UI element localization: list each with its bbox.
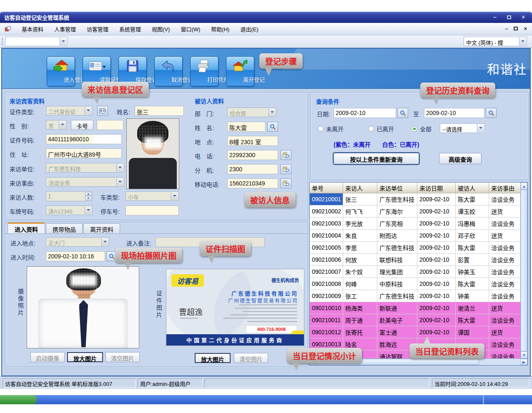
table-cell[interactable]: 广东亮相 [377, 218, 417, 230]
plate-combo[interactable]: 津A12345 [46, 205, 93, 215]
table-cell[interactable]: 杨海类 [343, 302, 377, 314]
child-close-icon[interactable]: × [524, 25, 527, 32]
spin-up-icon[interactable] [85, 192, 92, 196]
table-cell[interactable]: 张三 [343, 193, 377, 205]
company-combo[interactable]: 广东德生科技 [46, 163, 124, 173]
dial-ext-icon[interactable] [281, 164, 291, 174]
table-cell[interactable]: 钟美玉 [456, 266, 489, 278]
table-cell[interactable]: 何放 [343, 254, 377, 266]
table-cell[interactable]: 钟美 [456, 290, 489, 302]
table-cell[interactable]: 张工 [343, 290, 377, 302]
table-cell[interactable]: 赴美电子 [377, 314, 417, 326]
gender-combo[interactable]: 男 [46, 120, 67, 130]
child-minimize-icon[interactable]: – [505, 25, 508, 32]
col-header-company[interactable]: 来访单位 [377, 183, 417, 193]
reason-combo[interactable]: 洽谈业务 [46, 177, 124, 187]
table-cell[interactable]: 邓子欣 [456, 230, 489, 242]
card-number-button[interactable]: 卡号 [71, 120, 93, 130]
table-cell[interactable]: 送货 [489, 326, 521, 338]
table-cell[interactable]: 彭置 [456, 254, 489, 266]
clear-photo-button[interactable]: 清空图片 [105, 352, 140, 362]
radio-left[interactable]: 已离开 [368, 125, 394, 133]
col-header-date[interactable]: 来访日期 [417, 183, 456, 193]
date-from-input[interactable]: 2009-02-10 [334, 108, 396, 118]
table-row[interactable]: 090210004朱良附而达2009-02-10邓子欣送货 [310, 230, 527, 242]
table-cell[interactable]: 090210002 [310, 205, 343, 218]
scroll-up-icon[interactable]: ▲ [521, 183, 527, 190]
phone-input[interactable]: 22992300 [227, 150, 278, 160]
date-from-picker-icon[interactable] [397, 108, 408, 118]
card-number-input[interactable] [97, 120, 123, 130]
table-cell[interactable]: 090210004 [310, 230, 343, 242]
start-camera-button[interactable]: 启动摄像 [30, 352, 65, 362]
chevron-down-icon[interactable] [85, 107, 92, 115]
ext-input[interactable]: 2300 [227, 164, 278, 174]
table-row[interactable]: 090210011周于通赴美电子2009-02-10陈大雷洽谈业务 [310, 314, 527, 326]
table-cell[interactable]: 090210005 [310, 242, 343, 254]
language-combo[interactable]: 中文 (简体) - 搜 [464, 37, 527, 46]
vehicle-type-combo[interactable]: 小车 [125, 191, 179, 201]
chevron-down-icon[interactable] [116, 164, 123, 172]
table-cell[interactable]: 090210009 [310, 290, 343, 302]
mobile-input[interactable]: 15602210349 [227, 178, 278, 188]
table-row[interactable]: 090210008何峰中原科技2009-02-10陈大雷洽谈业务 [310, 278, 527, 290]
table-cell[interactable]: 090210007 [310, 266, 343, 278]
cert-type-combo[interactable]: 二代身份证 [46, 106, 93, 115]
card-reader-icon[interactable] [97, 106, 108, 116]
filter-combo[interactable]: --请选择 [440, 123, 485, 133]
date-to-input[interactable]: 2009-02-10 [424, 108, 484, 118]
table-cell[interactable]: 朱良 [343, 230, 377, 242]
table-row[interactable]: 090210012张寄托富士通2009-02-10谭国送货 [310, 326, 527, 338]
vertical-scrollbar[interactable]: ▲ ▼ [520, 183, 527, 358]
table-cell[interactable]: 090210010 [310, 302, 343, 314]
visitor-name-input[interactable]: 张三 [135, 106, 184, 116]
table-cell[interactable]: 陈大雷 [456, 314, 489, 326]
child-restore-icon[interactable] [514, 25, 518, 32]
chevron-down-icon[interactable] [60, 38, 67, 45]
clear-card-button[interactable]: 清空图片 [234, 353, 268, 363]
table-cell[interactable]: 送货 [489, 302, 521, 314]
table-cell[interactable]: 谢清兰 [456, 302, 489, 314]
start-button[interactable] [0, 395, 37, 404]
table-cell[interactable]: 联想科技 [377, 254, 417, 266]
table-cell[interactable]: 2009-02-10 [417, 314, 456, 326]
interviewee-name-input[interactable]: 陈大雷 [227, 122, 266, 132]
menu-view[interactable]: 视图(V) [152, 25, 170, 33]
table-cell[interactable]: 谭国 [456, 326, 489, 338]
dept-combo[interactable]: 综合部 [227, 108, 276, 117]
table-cell[interactable]: 2009-02-10 [417, 254, 456, 266]
radio-not-left[interactable]: 未离开 [318, 125, 344, 133]
quick-search-combo[interactable] [5, 37, 68, 46]
table-cell[interactable]: 周于通 [343, 314, 377, 326]
menu-help[interactable]: 帮助(H) [211, 25, 229, 33]
table-cell[interactable]: 谭玉姣 [456, 205, 489, 218]
table-cell[interactable]: 090210001 [310, 193, 343, 205]
table-cell[interactable]: 李光放 [343, 218, 377, 230]
table-cell[interactable]: 陈大雷 [456, 242, 489, 254]
chevron-down-icon[interactable] [116, 178, 123, 186]
vertical-scroll-thumb[interactable] [521, 190, 527, 351]
table-cell[interactable]: 090210003 [310, 218, 343, 230]
entry-place-combo[interactable]: 正大门 [46, 237, 109, 247]
chevron-down-icon[interactable] [477, 124, 484, 132]
minimize-icon[interactable]: – [490, 13, 499, 21]
toolbar-grip[interactable] [2, 38, 3, 46]
scroll-down-icon[interactable]: ▼ [521, 351, 527, 358]
radio-all[interactable]: 全部 [412, 125, 432, 133]
location-input[interactable]: B幢 2301 室 [227, 136, 278, 146]
table-cell[interactable]: 朱个奴 [343, 266, 377, 278]
table-cell[interactable]: 2009-02-10 [417, 193, 456, 205]
table-cell[interactable]: 2009-02-10 [417, 242, 456, 254]
table-cell[interactable]: 洽谈业务 [489, 242, 521, 254]
table-row[interactable]: 090210010杨海类新联通2009-02-10谢清兰送货 [310, 302, 527, 314]
chevron-down-icon[interactable] [59, 121, 66, 129]
menu-system[interactable]: 系统管理 [119, 25, 141, 33]
chevron-down-icon[interactable] [85, 206, 92, 214]
table-cell[interactable]: 2009-02-10 [417, 290, 456, 302]
table-cell[interactable]: 中原科技 [377, 278, 417, 290]
col-header-interviewee[interactable]: 被访人 [456, 183, 489, 193]
table-row[interactable]: 090210006何放联想科技2009-02-10彭置洽谈业务 [310, 254, 527, 266]
cert-no-input[interactable]: 4401111980010 [46, 134, 122, 144]
menu-window[interactable]: 窗口(W) [181, 25, 200, 33]
table-cell[interactable]: 洽谈业务 [489, 278, 521, 290]
